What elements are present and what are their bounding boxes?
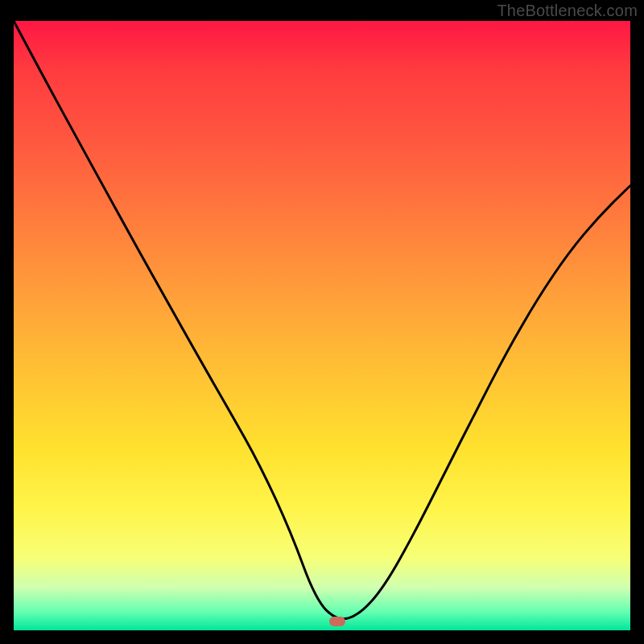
bottleneck-curve (14, 21, 630, 630)
minimum-marker (329, 617, 345, 626)
chart-frame: TheBottleneck.com (0, 0, 644, 644)
curve-path (14, 21, 630, 619)
watermark-text: TheBottleneck.com (497, 2, 638, 20)
